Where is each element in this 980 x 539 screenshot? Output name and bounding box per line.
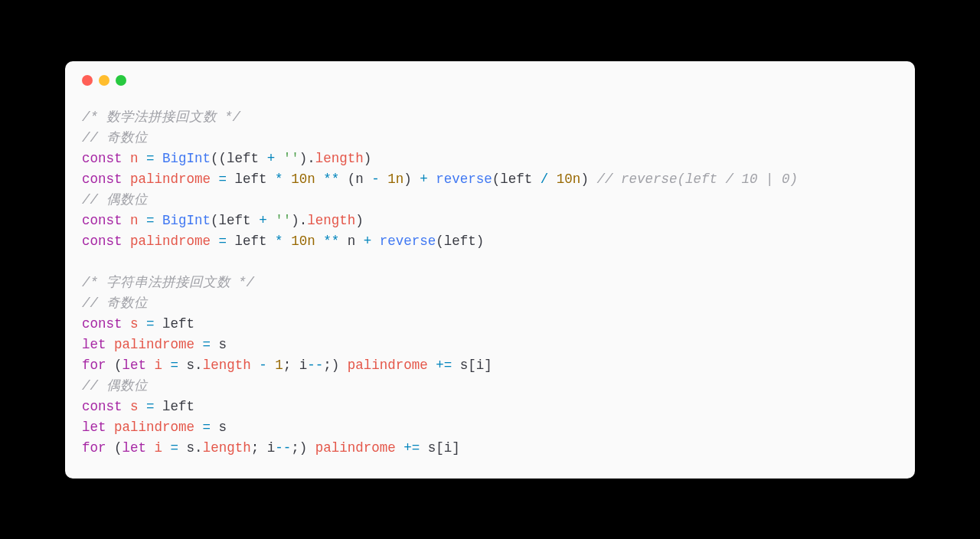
code-token <box>275 151 283 166</box>
code-token: -- <box>275 440 291 456</box>
code-token: ) <box>355 213 364 228</box>
code-token: s[i] <box>420 440 460 456</box>
code-token <box>122 234 131 249</box>
code-token: (left <box>211 213 259 228</box>
code-line: // 奇数位 <box>82 293 898 314</box>
code-token: '' <box>283 151 299 166</box>
code-token: += <box>403 440 420 456</box>
code-token: - <box>371 172 380 187</box>
code-token: / <box>541 172 549 187</box>
code-token: const <box>82 399 122 414</box>
code-token: palindrome <box>114 337 194 352</box>
code-token: ) <box>403 172 420 187</box>
code-line: const s = left <box>82 314 898 335</box>
code-token <box>548 172 557 187</box>
code-token: = <box>171 440 179 456</box>
code-token <box>162 358 171 373</box>
code-token: palindrome <box>130 234 211 249</box>
code-token: // 奇数位 <box>82 130 148 145</box>
code-token <box>155 213 163 228</box>
code-token: '' <box>275 213 291 228</box>
code-token <box>380 172 388 187</box>
code-line: const s = left <box>82 397 898 417</box>
code-token: /* 字符串法拼接回文数 */ <box>82 275 254 290</box>
code-token: n <box>339 234 364 249</box>
code-token: i <box>155 358 163 373</box>
code-token: // 奇数位 <box>82 296 148 311</box>
code-token: length <box>203 358 251 373</box>
code-block: /* 数学法拼接回文数 */// 奇数位const n = BigInt((le… <box>82 107 898 459</box>
code-token: s. <box>178 440 203 456</box>
code-token: -- <box>307 358 323 373</box>
code-token: s <box>211 337 227 352</box>
code-token: ). <box>291 213 307 228</box>
code-token: ; i <box>251 440 276 456</box>
code-token <box>122 316 131 332</box>
code-token: (left) <box>436 234 484 249</box>
code-token: BigInt <box>162 151 211 166</box>
code-token: 10n <box>291 172 315 187</box>
code-token: = <box>219 172 227 187</box>
code-token <box>211 172 219 187</box>
code-line: const palindrome = left * 10n ** n + rev… <box>82 231 898 252</box>
code-line: for (let i = s.length - 1; i--;) palindr… <box>82 355 898 376</box>
code-token: const <box>82 151 122 166</box>
code-line: const n = BigInt((left + '').length) <box>82 149 898 169</box>
code-token: (left <box>492 172 541 187</box>
code-token <box>122 172 131 187</box>
code-line: const n = BigInt(left + '').length) <box>82 211 898 231</box>
code-token: 10n <box>291 234 315 249</box>
code-token: = <box>146 316 155 332</box>
close-icon[interactable] <box>82 75 93 86</box>
code-token: // 偶数位 <box>82 192 148 207</box>
code-token: for <box>82 440 106 456</box>
code-token: ). <box>299 151 315 166</box>
code-token: reverse <box>380 234 436 249</box>
code-line: for (let i = s.length; i--;) palindrome … <box>82 438 898 459</box>
code-token: palindrome <box>114 420 194 435</box>
code-token <box>194 420 203 435</box>
minimize-icon[interactable] <box>99 75 109 86</box>
code-token: palindrome <box>348 358 428 373</box>
code-token: left <box>227 172 275 187</box>
code-token: 1n <box>387 172 403 187</box>
code-token: const <box>82 172 122 187</box>
zoom-icon[interactable] <box>116 75 126 86</box>
code-token: s <box>130 399 139 414</box>
code-token: n <box>130 151 139 166</box>
code-token <box>122 213 131 228</box>
code-line: // 偶数位 <box>82 190 898 211</box>
code-token <box>122 399 131 414</box>
code-token: 1 <box>275 358 283 373</box>
code-token: = <box>203 337 211 352</box>
code-token <box>155 151 163 166</box>
code-token <box>106 337 115 352</box>
code-token: += <box>436 358 452 373</box>
code-token <box>139 316 147 332</box>
code-token: i <box>155 440 163 456</box>
code-token: BigInt <box>162 213 211 228</box>
code-line: // 偶数位 <box>82 376 898 397</box>
code-token <box>428 172 436 187</box>
code-token: ) <box>364 151 372 166</box>
code-line: let palindrome = s <box>82 335 898 355</box>
code-token: left <box>155 399 195 414</box>
code-token: left <box>155 316 195 332</box>
code-token: /* 数学法拼接回文数 */ <box>82 109 240 125</box>
code-token <box>139 151 147 166</box>
code-token <box>139 213 147 228</box>
code-token: = <box>171 358 179 373</box>
code-token: + <box>259 213 267 228</box>
code-token: palindrome <box>130 172 211 187</box>
code-line: /* 字符串法拼接回文数 */ <box>82 273 898 293</box>
code-token <box>428 358 436 373</box>
code-token: length <box>315 151 364 166</box>
code-token: let <box>122 358 147 373</box>
code-line: // 奇数位 <box>82 128 898 149</box>
code-token: let <box>82 420 106 435</box>
code-token: * <box>275 172 283 187</box>
code-token: // 偶数位 <box>82 378 148 394</box>
code-token <box>315 172 324 187</box>
code-token <box>283 234 292 249</box>
code-token: = <box>146 151 155 166</box>
